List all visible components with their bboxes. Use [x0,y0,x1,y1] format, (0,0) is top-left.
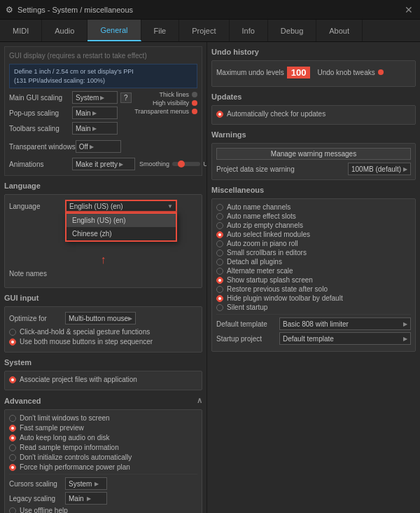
smoothing-row: Smoothing Ultrasmooth Force refreshes [139,157,207,171]
auto-check-row[interactable]: Automatically check for updates [216,110,411,118]
tab-info[interactable]: Info [230,20,268,41]
legacy-scaling-select[interactable]: Main ▶ [65,492,107,505]
tab-file[interactable]: File [141,20,180,41]
window-title: Settings - System / miscellaneous [18,6,133,14]
gui-display-title: GUI display (requires a restart to take … [9,51,197,60]
misc-option-3[interactable]: Auto select linked modules [216,231,411,238]
offline-help-row[interactable]: Use offline help [9,507,197,513]
gui-input-option-0[interactable]: Click-and-hold & special gesture functio… [9,328,197,336]
misc-option-1[interactable]: Auto name effect slots [216,212,411,220]
misc-radio-10 [216,295,223,302]
radio-dot-0 [9,329,16,336]
main-scaling-select[interactable]: System ▶ [72,91,118,104]
startup-project-select[interactable]: Default template ▶ [279,332,411,345]
misc-radio-9 [216,286,223,293]
gui-input-section: GUI input Optimize for Multi-button mous… [4,292,202,353]
advanced-content: Don't limit windows to screen Fast sampl… [4,409,202,513]
lang-option-chinese[interactable]: Chinese (zh) [66,227,176,240]
transparent-windows-row: Transparent windows Off ▶ [9,140,134,153]
adv-option-0[interactable]: Don't limit windows to screen [9,414,197,422]
language-select[interactable]: English (US) (en) ▼ [65,200,177,212]
high-visibility-label: High visibility [153,100,197,107]
adv-radio-5 [9,464,16,471]
misc-option-9[interactable]: Restore previous state after solo [216,285,411,293]
tab-midi[interactable]: MIDI [0,20,42,41]
misc-option-6[interactable]: Detach all plugins [216,258,411,266]
misc-radio-2 [216,222,223,229]
popups-scaling-row: Pop-ups scaling Main ▶ [9,107,134,119]
misc-radio-1 [216,213,223,220]
legacy-scaling-row: Legacy scaling Main ▶ [9,492,197,505]
adv-option-1[interactable]: Fast sample preview [9,424,197,432]
system-radio-0 [9,376,16,383]
scaling-help[interactable]: ? [120,93,132,103]
animations-select[interactable]: Make it pretty ▶ [72,158,135,170]
misc-radio-7 [216,268,223,275]
system-content: Associate project files with application [4,371,202,390]
undo-history-content: Maximum undo levels 100 Undo knob tweaks [211,60,416,87]
main-content: GUI display (requires a restart to take … [0,42,420,513]
tab-about[interactable]: About [316,20,363,41]
adv-option-2[interactable]: Auto keep long audio on disk [9,434,197,442]
warnings-content: Manage warning messages Project data siz… [211,143,416,180]
warnings-title: Warnings [211,129,416,140]
gui-input-title: GUI input [4,292,202,303]
undo-max-value[interactable]: 100 [287,67,311,78]
popups-scaling-select[interactable]: Main ▶ [72,107,118,119]
adv-option-3[interactable]: Read sample tempo information [9,444,197,451]
language-content: Language English (US) (en) ▼ English (US… [4,194,202,288]
title-bar: ⚙ Settings - System / miscellaneous ✕ [0,0,420,20]
adv-option-5[interactable]: Force high performance power plan [9,463,197,471]
language-section: Language Language English (US) (en) ▼ En… [4,180,202,288]
thick-lines-label: Thick lines [159,91,197,98]
transparent-windows-select[interactable]: Off ▶ [76,140,121,153]
tab-project[interactable]: Project [179,20,229,41]
updates-content: Automatically check for updates [211,105,416,125]
radio-dot-1 [9,338,16,346]
define-box: Define 1 inch / 2.54 cm or set display's… [9,64,197,88]
system-section: System Associate project files with appl… [4,357,202,390]
language-dropdown: English (US) (en) Chinese (zh) [65,212,177,242]
misc-content: Auto name channels Auto name effect slot… [211,198,416,352]
smoothing-slider[interactable] [172,162,200,166]
advanced-title: Advanced ∧ [4,395,202,406]
adv-option-4[interactable]: Don't initialize controls automatically [9,453,197,461]
misc-option-8[interactable]: Show startup splash screen [216,276,411,284]
language-title: Language [4,180,202,191]
cursors-scaling-select[interactable]: System ▶ [65,477,107,490]
tab-debug[interactable]: Debug [268,20,316,41]
undo-history-title: Undo history [211,46,416,57]
misc-option-5[interactable]: Small scrollbars in editors [216,249,411,256]
system-option-0[interactable]: Associate project files with application [9,376,197,383]
toolbars-scaling-select[interactable]: Main ▶ [72,122,118,135]
misc-option-10[interactable]: Hide plugin window toolbar by default [216,294,411,302]
misc-option-7[interactable]: Alternate meter scale [216,267,411,275]
settings-icon: ⚙ [6,5,13,15]
updates-section: Updates Automatically check for updates [211,91,416,125]
optimize-select[interactable]: Multi-button mouse ▶ [65,312,136,324]
manage-warnings-button[interactable]: Manage warning messages [216,148,411,160]
language-row: Language English (US) (en) ▼ English (US… [9,199,197,213]
misc-radio-3 [216,231,223,238]
close-button[interactable]: ✕ [403,4,414,15]
misc-option-0[interactable]: Auto name channels [216,203,411,211]
tab-audio[interactable]: Audio [42,20,88,41]
tab-general[interactable]: General [88,20,141,41]
lang-option-english[interactable]: English (US) (en) [66,214,176,227]
updates-title: Updates [211,91,416,102]
misc-option-2[interactable]: Auto zip empty channels [216,221,411,229]
default-template-select[interactable]: Basic 808 with limiter ▶ [279,317,411,330]
misc-option-11[interactable]: Silent startup [216,303,411,311]
project-data-select[interactable]: 100MB (default) ▶ [348,163,411,175]
misc-radio-8 [216,277,223,284]
gui-input-option-1[interactable]: Use both mouse buttons in step sequencer [9,338,197,346]
misc-radio-11 [216,304,223,311]
adv-radio-2 [9,435,16,442]
misc-option-4[interactable]: Auto zoom in piano roll [216,240,411,247]
project-data-row: Project data size warning 100MB (default… [216,163,411,175]
lang-dropdown-wrapper: English (US) (en) ▼ English (US) (en) Ch… [65,200,177,212]
advanced-collapse-icon[interactable]: ∧ [197,396,202,405]
left-panel: GUI display (requires a restart to take … [0,42,207,513]
cursors-scaling-row: Cursors scaling System ▶ [9,477,197,490]
misc-title: Miscellaneous [211,184,416,196]
